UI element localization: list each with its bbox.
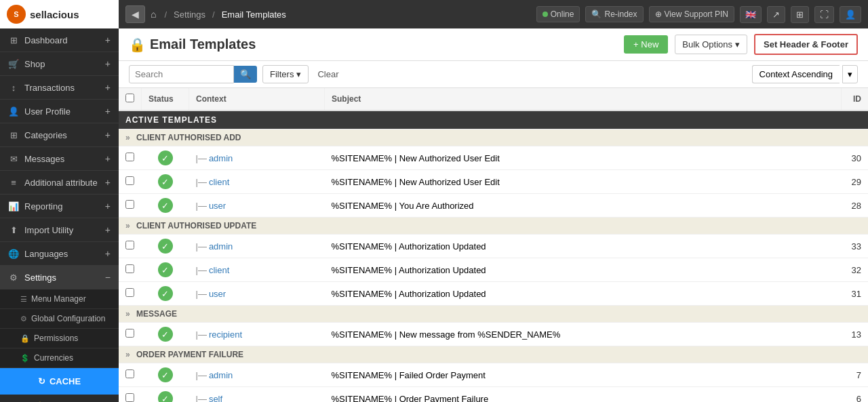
online-label: Online — [551, 9, 574, 19]
sort-button[interactable]: Context Ascending — [752, 65, 840, 83]
user-button[interactable]: 👤 — [840, 6, 861, 23]
context-link[interactable]: user — [209, 201, 226, 211]
sidebar: S sellacious ⊞ Dashboard + 🛒 Shop + ↕ Tr… — [0, 0, 119, 402]
row-checkbox[interactable] — [125, 176, 134, 185]
section-header-message[interactable]: » MESSAGE — [119, 306, 868, 323]
filters-button[interactable]: Filters ▾ — [262, 65, 309, 83]
bulk-options-button[interactable]: Bulk Options ▾ — [675, 35, 747, 54]
context-link[interactable]: admin — [209, 370, 233, 380]
new-button[interactable]: + New — [624, 35, 668, 54]
subject-cell: %SITENAME% | Order Payment Failure — [325, 387, 842, 403]
context-link[interactable]: client — [209, 177, 229, 187]
sidebar-item-transactions[interactable]: ↕ Transactions + — [0, 76, 119, 100]
messages-icon: ✉ — [8, 153, 19, 164]
id-cell: 13 — [841, 323, 868, 346]
subject-cell: %SITENAME% | Authorization Updated — [325, 258, 842, 282]
sidebar-item-label: Dashboard — [24, 35, 68, 45]
sidebar-item-reporting[interactable]: 📊 Reporting + — [0, 195, 119, 218]
sort-caret-button[interactable]: ▾ — [842, 65, 858, 83]
sub-item-label: Menu Manager — [31, 294, 86, 304]
home-button[interactable]: ⌂ — [151, 9, 156, 20]
flag-button[interactable]: 🇬🇧 — [740, 6, 762, 23]
sidebar-item-user-profile[interactable]: 👤 User Profile + — [0, 100, 119, 123]
sidebar-item-settings[interactable]: ⚙ Settings − — [0, 266, 119, 289]
sidebar-item-shop[interactable]: 🛒 Shop + — [0, 52, 119, 76]
subject-cell: %SITENAME% | Failed Order Payment — [325, 363, 842, 387]
context-link[interactable]: user — [209, 289, 226, 299]
table-row: ✓ |—user %SITENAME% | You Are Authorized… — [119, 194, 868, 218]
back-button[interactable]: ◀ — [125, 5, 145, 23]
subject-cell: %SITENAME% | New Authorized User Edit — [325, 146, 842, 170]
search-button[interactable]: 🔍 — [234, 66, 257, 83]
sidebar-item-categories[interactable]: ⊞ Categories + — [0, 123, 119, 147]
section-arrow: » — [125, 133, 130, 142]
status-check: ✓ — [158, 150, 173, 165]
sidebar-sub-currencies[interactable]: 💲 Currencies — [0, 348, 119, 368]
reindex-label: Re-index — [604, 9, 637, 19]
status-check: ✓ — [158, 327, 173, 342]
expand-icon: + — [105, 58, 111, 69]
id-cell: 32 — [841, 258, 868, 282]
page-header: 🔒 Email Templates + New Bulk Options ▾ S… — [119, 28, 868, 61]
section-label: MESSAGE — [136, 309, 177, 319]
context-link[interactable]: self — [209, 394, 222, 403]
sidebar-sub-menu-manager[interactable]: ☰ Menu Manager — [0, 289, 119, 309]
global-config-icon: ⚙ — [20, 315, 27, 323]
sidebar-item-label: Languages — [24, 249, 68, 259]
sidebar-sub-permissions[interactable]: 🔒 Permissions — [0, 329, 119, 348]
status-check: ✓ — [158, 391, 173, 402]
grid-button[interactable]: ⊞ — [791, 6, 809, 23]
sidebar-item-label: Shop — [24, 59, 45, 69]
expand-icon: + — [105, 224, 111, 235]
group-header-label: ACTIVE TEMPLATES — [125, 115, 217, 125]
row-checkbox[interactable] — [125, 200, 134, 209]
cache-button[interactable]: ↻ CACHE — [0, 368, 119, 395]
sidebar-item-messages[interactable]: ✉ Messages + — [0, 147, 119, 171]
id-cell: 28 — [841, 194, 868, 218]
row-checkbox[interactable] — [125, 288, 134, 297]
sidebar-item-languages[interactable]: 🌐 Languages + — [0, 242, 119, 266]
sidebar-item-dashboard[interactable]: ⊞ Dashboard + — [0, 28, 119, 52]
subject-cell: %SITENAME% | You Are Authorized — [325, 194, 842, 218]
row-checkbox[interactable] — [125, 393, 134, 402]
context-link[interactable]: recipient — [209, 329, 242, 340]
expand-icon: + — [105, 106, 111, 117]
sidebar-item-label: User Profile — [24, 106, 71, 117]
external-link-button[interactable]: ↗ — [767, 6, 785, 23]
breadcrumb-settings[interactable]: Settings — [174, 9, 205, 20]
row-checkbox[interactable] — [125, 241, 134, 249]
cache-label: CACHE — [50, 376, 81, 386]
clear-button[interactable]: Clear — [314, 66, 342, 83]
additional-attribute-icon: ≡ — [8, 177, 19, 188]
context-link[interactable]: admin — [209, 241, 233, 252]
section-header-order-payment-failure[interactable]: » ORDER PAYMENT FAILURE — [119, 346, 868, 363]
auto-fix-button[interactable]: ⚡ AUTO FIX — [0, 395, 119, 402]
search-input[interactable] — [129, 65, 234, 83]
sidebar-item-additional-attribute[interactable]: ≡ Additional attribute + — [0, 171, 119, 195]
context-link[interactable]: admin — [209, 153, 233, 163]
expand-icon: + — [105, 82, 111, 93]
permissions-icon: 🔒 — [20, 334, 30, 343]
section-header-client-auth-add[interactable]: » CLIENT AUTHORISED ADD — [119, 129, 868, 146]
row-checkbox[interactable] — [125, 329, 134, 338]
bulk-caret-icon: ▾ — [735, 39, 740, 49]
toolbar: 🔍 Filters ▾ Clear Context Ascending ▾ — [119, 61, 868, 88]
col-subject: Subject — [325, 88, 842, 110]
lock-icon: 🔒 — [129, 37, 146, 53]
select-all-checkbox[interactable] — [125, 94, 134, 102]
row-checkbox[interactable] — [125, 264, 134, 273]
online-dot — [542, 12, 548, 17]
reindex-button[interactable]: 🔍 Re-index — [585, 6, 643, 22]
context-link[interactable]: client — [209, 265, 229, 275]
fullscreen-button[interactable]: ⛶ — [814, 6, 834, 23]
support-pin-button[interactable]: ⊕ View Support PIN — [649, 6, 735, 22]
languages-icon: 🌐 — [8, 248, 19, 259]
row-checkbox[interactable] — [125, 369, 134, 378]
dashboard-icon: ⊞ — [8, 35, 19, 45]
sidebar-item-import-utility[interactable]: ⬆ Import Utility + — [0, 218, 119, 242]
breadcrumb-email-templates: Email Templates — [222, 9, 286, 20]
row-checkbox[interactable] — [125, 153, 134, 161]
set-header-footer-button[interactable]: Set Header & Footer — [754, 34, 858, 55]
sidebar-sub-global-configuration[interactable]: ⚙ Global Configuration — [0, 309, 119, 329]
section-header-client-auth-update[interactable]: » CLIENT AUTHORISED UPDATE — [119, 218, 868, 235]
